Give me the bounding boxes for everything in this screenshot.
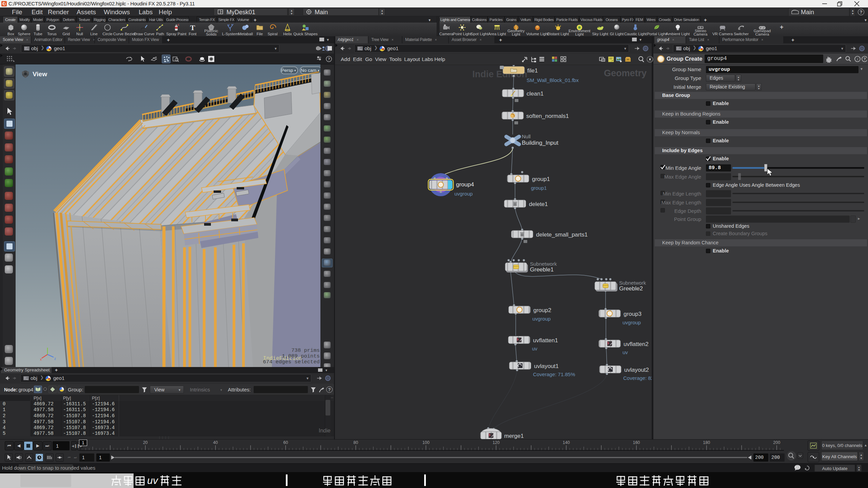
svg-text:group1: group1 (532, 176, 550, 182)
svg-text:uvflatten2: uvflatten2 (624, 341, 649, 347)
svg-text:Greeble1: Greeble1 (530, 266, 554, 273)
svg-text:Subnetwork: Subnetwork (619, 280, 646, 286)
svg-text:Persp: Persp (281, 68, 293, 73)
svg-text:merge1: merge1 (504, 433, 524, 439)
svg-text:z: z (54, 357, 56, 361)
svg-text:group1: group1 (531, 185, 547, 191)
svg-text:20: 20 (143, 440, 148, 445)
svg-text:?: ? (864, 57, 866, 61)
svg-text:SM_Wall_Block_01.fbx: SM_Wall_Block_01.fbx (527, 77, 579, 83)
svg-text:No cam: No cam (301, 68, 317, 73)
svg-text:40: 40 (213, 440, 218, 445)
svg-text:Coverage: 71.85%: Coverage: 71.85% (533, 371, 575, 377)
svg-text:group2: group2 (533, 307, 551, 313)
svg-text:x: x (40, 358, 42, 361)
svg-text:180: 180 (703, 440, 710, 445)
svg-text:delete_small_parts1: delete_small_parts1 (536, 231, 588, 238)
svg-text:uvgroup: uvgroup (454, 191, 473, 197)
svg-text:160: 160 (633, 440, 640, 445)
svg-text:60: 60 (283, 440, 288, 445)
svg-text:140: 140 (563, 440, 570, 445)
svg-text:delete1: delete1 (529, 201, 548, 207)
svg-text:200: 200 (773, 440, 780, 445)
svg-text:uvgroup: uvgroup (532, 316, 551, 322)
svg-text:uvgroup: uvgroup (623, 320, 641, 325)
svg-text:▾: ▾ (294, 69, 296, 72)
svg-text:Subnetwork: Subnetwork (530, 261, 557, 267)
svg-text:Geometry: Geometry (604, 68, 647, 78)
svg-text:738 prims: 738 prims (291, 347, 320, 353)
svg-text:View: View (33, 70, 47, 78)
svg-text:clean1: clean1 (527, 90, 544, 97)
svg-text:674 edges selected: 674 edges selected (263, 359, 320, 365)
svg-text:group3: group3 (624, 311, 642, 317)
svg-text:T: T (190, 23, 195, 32)
svg-text:uvflatten1: uvflatten1 (533, 337, 558, 344)
svg-text:i: i (857, 57, 858, 61)
svg-text:Building_Input: Building_Input (522, 140, 558, 146)
svg-text:120: 120 (493, 440, 500, 445)
svg-text:uv: uv (532, 346, 537, 351)
svg-text:▾: ▾ (318, 69, 319, 72)
svg-text:Greeble2: Greeble2 (619, 285, 643, 292)
svg-text:uvlayout1: uvlayout1 (534, 363, 559, 369)
svg-text:soften_normals1: soften_normals1 (526, 113, 569, 119)
svg-text:100: 100 (422, 440, 430, 445)
svg-text:?: ? (328, 57, 330, 61)
svg-text:group4: group4 (456, 181, 474, 188)
svg-text:file1: file1 (527, 67, 538, 74)
svg-text:1,089 points: 1,089 points (282, 353, 320, 359)
svg-text:uvlayout2: uvlayout2 (624, 367, 649, 373)
svg-text:Coverage: 82.4: Coverage: 82.4 (623, 375, 652, 381)
svg-text:uv: uv (623, 349, 628, 355)
svg-text:80: 80 (353, 440, 358, 445)
svg-text:Null: Null (522, 134, 531, 139)
